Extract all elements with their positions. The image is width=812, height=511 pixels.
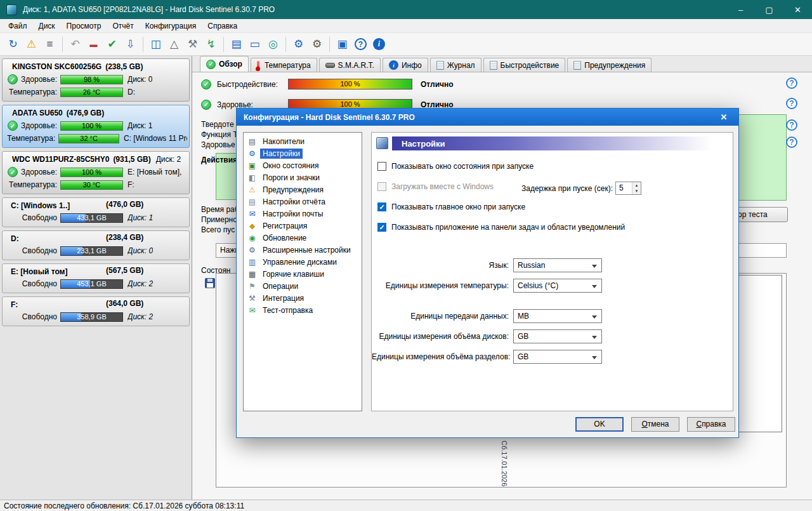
- nav-item-advanced[interactable]: ⚙ Расширенные настройки: [244, 244, 362, 256]
- partition-item-e[interactable]: E: [Новый том] (567,5 GB) Свободно 453,1…: [2, 263, 190, 293]
- disk-health-row: ✓ Здоровье: 100 % E: [Новый том],: [4, 166, 187, 178]
- disk-health-row: ✓ Здоровье: 100 % Диск: 1: [4, 119, 187, 132]
- disk-number: Диск: 0: [128, 246, 153, 255]
- help-icon[interactable]: ?: [786, 119, 797, 131]
- nav-item-drives[interactable]: ▤ Накопители: [244, 135, 362, 147]
- tab-overview[interactable]: ✓ Обзор: [200, 56, 249, 72]
- status-text: Состояние последнего обновления: Сб.17.0…: [4, 501, 244, 510]
- disk-remove-icon[interactable]: ▬: [84, 35, 103, 53]
- language-select[interactable]: Russian: [513, 258, 602, 272]
- help-icon[interactable]: ?: [786, 77, 797, 89]
- app-icon: [6, 4, 17, 15]
- help-icon[interactable]: ?: [351, 35, 370, 53]
- cancel-button[interactable]: Отмена: [631, 417, 679, 432]
- eject-icon[interactable]: △: [165, 35, 183, 53]
- nav-item-mail-settings[interactable]: ✉ Настройки почты: [244, 208, 362, 220]
- tab-log[interactable]: Журнал: [430, 58, 481, 72]
- refresh-icon[interactable]: ↻: [4, 35, 22, 53]
- tab-smart[interactable]: S.M.A.R.T.: [319, 58, 381, 72]
- ok-circle-icon: ✓: [206, 60, 216, 69]
- help-icon[interactable]: ?: [786, 136, 797, 148]
- partition-item-d[interactable]: D: (238,4 GB) Свободно 233,1 GB Диск: 0: [2, 230, 190, 260]
- temperature-unit-select[interactable]: Celsius (°C): [513, 279, 602, 293]
- nav-item-integration[interactable]: ⚒ Интеграция: [244, 292, 362, 304]
- partition-size-unit-select[interactable]: GB: [513, 350, 602, 364]
- notes-icon[interactable]: ▤: [227, 35, 246, 53]
- checkbox-show-status-window[interactable]: [377, 162, 386, 171]
- tab-info[interactable]: i Инфо: [383, 58, 428, 72]
- nav-item-operations[interactable]: ⚑ Операции: [244, 280, 362, 292]
- nav-item-update[interactable]: ◉ Обновление: [244, 232, 362, 244]
- disk-download-icon[interactable]: ⇩: [121, 35, 140, 53]
- checkbox-label: Показывать приложение на панели задач и …: [391, 223, 625, 232]
- dialog-close-icon[interactable]: ✕: [716, 112, 731, 122]
- tab-temperature[interactable]: Температура: [251, 58, 317, 72]
- disk-item-kingston[interactable]: KINGSTON SKC600256G (238,5 GB) ✓ Здоровь…: [2, 58, 190, 102]
- maximize-button[interactable]: ▢: [755, 0, 783, 19]
- menu-help[interactable]: Справка: [202, 19, 243, 32]
- nav-item-hotkeys[interactable]: ▦ Горячие клавиши: [244, 268, 362, 280]
- performance-status: Отлично: [421, 80, 454, 89]
- help-icon[interactable]: ?: [786, 98, 797, 109]
- nav-item-thresholds[interactable]: ◧ Пороги и значки: [244, 171, 362, 183]
- disk-size-unit-select[interactable]: GB: [513, 329, 602, 343]
- menu-disk[interactable]: Диск: [33, 19, 61, 32]
- disk-accept-icon[interactable]: ✔: [103, 35, 121, 53]
- integration-tools-icon: ⚒: [247, 294, 257, 303]
- transfer-unit-select[interactable]: MB: [513, 309, 602, 323]
- free-space-bar: 433,1 GB: [60, 213, 123, 223]
- health-ok-icon: ✓: [8, 167, 18, 177]
- monitor-icon[interactable]: ▭: [246, 35, 264, 53]
- menu-file[interactable]: Файл: [3, 19, 33, 32]
- stepper-up-icon[interactable]: ▲: [632, 182, 641, 189]
- free-space-value: 433,1 GB: [77, 214, 106, 222]
- startup-delay-stepper[interactable]: 5 ▲ ▼: [615, 182, 641, 195]
- tab-alerts[interactable]: Предупреждения: [567, 58, 652, 72]
- report-icon[interactable]: ≡: [41, 35, 59, 53]
- burn-drive-icon[interactable]: ◫: [147, 35, 165, 53]
- undo-icon[interactable]: ↶: [66, 35, 84, 53]
- disk-sidebar: KINGSTON SKC600256G (238,5 GB) ✓ Здоровь…: [0, 56, 192, 500]
- checkbox-label: Показывать окно состояния при запуске: [391, 162, 534, 171]
- nav-label: Управление дисками: [260, 257, 339, 267]
- close-button[interactable]: ✕: [783, 0, 812, 19]
- info-icon[interactable]: i: [370, 35, 388, 53]
- settings-gear-icon[interactable]: ⚙: [289, 35, 308, 53]
- network-monitor-icon[interactable]: ◎: [264, 35, 282, 53]
- checkbox-show-taskbar[interactable]: ✓: [377, 223, 386, 232]
- checkbox-show-main-window[interactable]: ✓: [377, 202, 386, 211]
- label-ssd: Твердоте: [201, 120, 234, 129]
- nav-item-disk-management[interactable]: ▥ Управление дисками: [244, 256, 362, 268]
- performance-bar: 100 %: [288, 79, 412, 90]
- partition-item-c[interactable]: C: [Windows 1..] (476,0 GB) Свободно 433…: [2, 197, 190, 227]
- label-total-starts: Всего пус: [201, 225, 235, 234]
- disk-item-adata[interactable]: ADATA SU650 (476,9 GB) ✓ Здоровье: 100 %…: [2, 105, 190, 148]
- dialog-nav-list: ▤ Накопители ⚙ Настройки ▣ Окно состояни…: [243, 132, 362, 411]
- usb-icon[interactable]: ↯: [202, 35, 220, 53]
- disk-size-unit-label: Единицы измерения объёма дисков:: [372, 332, 509, 341]
- checkbox-load-with-windows[interactable]: [377, 182, 386, 191]
- stepper-down-icon[interactable]: ▼: [632, 189, 641, 195]
- help-button[interactable]: Справка: [687, 417, 735, 432]
- tools-icon[interactable]: ⚒: [183, 35, 202, 53]
- menu-configuration[interactable]: Конфигурация: [140, 19, 202, 32]
- partition-item-f[interactable]: F: (364,0 GB) Свободно 358,9 GB Диск: 2: [2, 296, 190, 326]
- nav-item-registration[interactable]: ◆ Регистрация: [244, 220, 362, 232]
- ok-button[interactable]: OK: [575, 417, 624, 432]
- disk-warning-icon[interactable]: ⚠: [22, 35, 41, 53]
- system-gear-icon[interactable]: ⚙: [308, 35, 326, 53]
- nav-item-report-settings[interactable]: ▤ Настройки отчёта: [244, 196, 362, 208]
- free-label: Свободно: [4, 312, 60, 321]
- nav-item-status-window[interactable]: ▣ Окно состояния: [244, 159, 362, 171]
- nav-item-test-send[interactable]: ✉ Тест-отправка: [244, 304, 362, 316]
- settings-panel-title: Настройки: [402, 139, 445, 149]
- minimize-button[interactable]: –: [726, 0, 755, 19]
- nav-item-settings[interactable]: ⚙ Настройки: [244, 147, 362, 159]
- nav-label: Обновление: [260, 233, 309, 243]
- menu-view[interactable]: Просмотр: [61, 19, 107, 32]
- menu-report[interactable]: Отчёт: [107, 19, 139, 32]
- screenshot-icon[interactable]: ▣: [333, 35, 351, 53]
- nav-item-alerts[interactable]: ⚠ Предупреждения: [244, 183, 362, 196]
- disk-item-wdc[interactable]: WDC WD11PURZ-85C5HY0 (931,5 GB) Диск: 2 …: [2, 151, 190, 194]
- tab-performance[interactable]: Быстродействие: [483, 58, 566, 72]
